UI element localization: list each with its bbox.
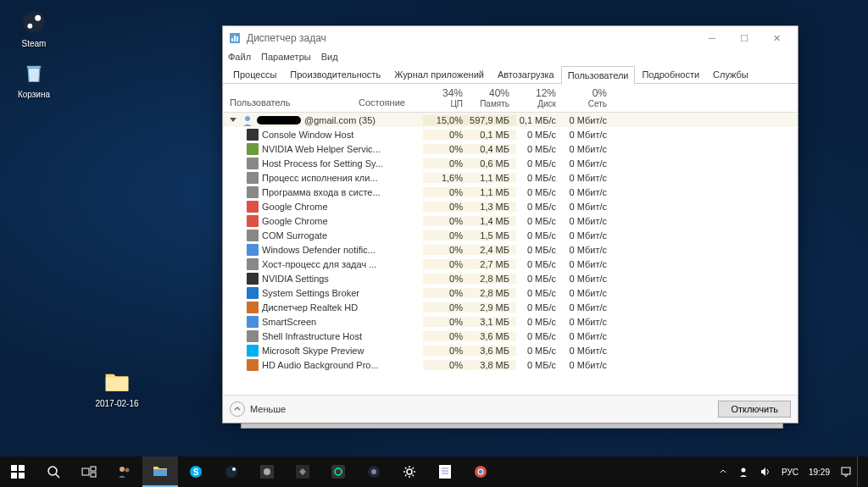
desktop-icon-label: Steam [8,39,59,48]
menu-bar: ФайлПараметрыВид [223,50,798,65]
show-desktop-button[interactable] [857,457,868,487]
taskbar-app-steam[interactable] [214,457,249,487]
tray-volume-icon[interactable] [754,457,776,487]
col-header-memory[interactable]: 40%Память [470,84,516,112]
app-icon [247,316,259,328]
svg-rect-14 [82,468,89,475]
app-icon [247,287,259,299]
tab-Службы[interactable]: Службы [706,65,755,83]
app-icon [247,359,259,371]
taskbar: S РУС 19:29 [0,457,868,487]
task-manager-icon [228,31,242,45]
desktop-icon-recycle-bin[interactable]: Корзина [8,59,59,99]
disconnect-button[interactable]: Отключить [718,401,791,418]
desktop-icon-steam[interactable]: Steam [8,8,59,48]
taskbar-app-icon[interactable] [320,457,356,487]
tray-language[interactable]: РУС [776,457,804,487]
process-row[interactable]: Диспетчер Realtek HD0%2,9 МБ0 МБ/с0 Мбит… [223,300,798,314]
desktop-icon-folder[interactable]: 2017-02-16 [92,368,142,408]
process-row[interactable]: HD Audio Background Pro...0%3,8 МБ0 МБ/с… [223,357,798,372]
taskbar-app-explorer[interactable] [142,457,178,487]
svg-rect-32 [439,465,451,479]
redacted-username [257,116,301,125]
tab-Автозагрузка[interactable]: Автозагрузка [491,65,561,83]
menu-item[interactable]: Вид [321,52,338,62]
process-row[interactable]: Google Chrome0%1,4 МБ0 МБ/с0 Мбит/с [223,213,798,228]
app-icon [247,330,259,342]
process-row[interactable]: Google Chrome0%1,3 МБ0 МБ/с0 Мбит/с [223,199,798,213]
search-button[interactable] [36,457,71,487]
svg-point-18 [125,468,130,473]
svg-point-2 [27,24,32,29]
taskbar-app-settings[interactable] [392,457,427,487]
svg-point-1 [35,15,41,21]
maximize-button[interactable]: ☐ [728,26,760,50]
tray-chevron-up-icon[interactable] [714,457,732,487]
app-icon [247,201,259,213]
taskbar-app-notepad[interactable] [427,457,463,487]
taskbar-app-chrome[interactable] [463,457,498,487]
desktop-icon-label: 2017-02-16 [92,399,142,408]
process-row[interactable]: Windows Defender notific...0%2,4 МБ0 МБ/… [223,242,798,257]
col-header-network[interactable]: 0%Сеть [563,84,614,112]
svg-point-17 [120,467,125,472]
svg-point-38 [479,470,483,474]
menu-item[interactable]: Параметры [261,52,311,62]
title-bar[interactable]: Диспетчер задач ─ ☐ ✕ [223,26,798,50]
col-header-cpu[interactable]: 34%ЦП [423,84,470,112]
svg-point-12 [48,467,57,475]
tray-clock[interactable]: 19:29 [804,457,835,487]
process-row[interactable]: System Settings Broker0%2,8 МБ0 МБ/с0 Мб… [223,285,798,300]
process-row[interactable]: Процесс исполнения кли...1,6%1,1 МБ0 МБ/… [223,170,798,185]
col-header-state[interactable]: Состояние [355,84,423,112]
svg-rect-8 [11,465,17,471]
svg-point-23 [232,468,236,471]
tray-people-icon[interactable] [732,457,754,487]
tray-notifications-icon[interactable] [835,457,857,487]
taskbar-app-icon[interactable] [356,457,392,487]
svg-rect-40 [842,468,850,474]
user-row[interactable]: @gmail.com (35)15,0%597,9 МБ0,1 МБ/с0 Мб… [223,113,798,127]
taskbar-app-skype[interactable]: S [178,457,214,487]
svg-rect-9 [19,465,25,471]
process-row[interactable]: Shell Infrastructure Host0%3,6 МБ0 МБ/с0… [223,329,798,343]
svg-rect-19 [153,469,167,476]
process-row[interactable]: Microsoft Skype Preview0%3,6 МБ0 МБ/с0 М… [223,343,798,357]
process-row[interactable]: Программа входа в систе...0%1,1 МБ0 МБ/с… [223,185,798,199]
process-row[interactable]: Console Window Host0%0,1 МБ0 МБ/с0 Мбит/… [223,127,798,141]
col-header-user[interactable]: Пользователь [223,84,355,112]
process-row[interactable]: NVIDIA Web Helper Servic...0%0,4 МБ0 МБ/… [223,141,798,156]
svg-rect-6 [236,36,238,42]
close-button[interactable]: ✕ [760,26,793,50]
col-header-disk[interactable]: 12%Диск [516,84,563,112]
process-row[interactable]: Host Process for Setting Sy...0%0,6 МБ0 … [223,156,798,170]
chevron-up-icon [230,401,245,417]
app-icon [247,273,259,285]
tab-Подробности[interactable]: Подробности [635,65,706,83]
table-header[interactable]: Пользователь Состояние 34%ЦП 40%Память 1… [223,84,798,113]
taskbar-app-people[interactable] [107,457,142,487]
tab-Пользователи[interactable]: Пользователи [561,66,636,84]
svg-line-13 [56,474,59,478]
menu-item[interactable]: Файл [228,52,251,62]
app-icon [247,172,259,184]
process-row[interactable]: COM Surrogate0%1,5 МБ0 МБ/с0 Мбит/с [223,228,798,242]
svg-rect-11 [19,473,25,479]
process-list[interactable]: @gmail.com (35)15,0%597,9 МБ0,1 МБ/с0 Мб… [223,113,798,395]
svg-text:S: S [193,468,199,477]
tab-Процессы[interactable]: Процессы [226,65,283,83]
process-row[interactable]: NVIDIA Settings0%2,8 МБ0 МБ/с0 Мбит/с [223,271,798,285]
taskbar-app-icon[interactable] [285,457,320,487]
fewer-details-button[interactable]: Меньше [230,401,286,417]
app-icon [247,143,259,155]
tab-Производительность[interactable]: Производительность [283,65,387,83]
start-button[interactable] [0,457,36,487]
svg-rect-16 [91,473,96,477]
tab-Журнал приложений[interactable]: Журнал приложений [387,65,491,83]
task-view-button[interactable] [71,457,107,487]
process-row[interactable]: Хост-процесс для задач ...0%2,7 МБ0 МБ/с… [223,257,798,271]
minimize-button[interactable]: ─ [696,26,728,50]
svg-point-22 [225,466,237,478]
process-row[interactable]: SmartScreen0%3,1 МБ0 МБ/с0 Мбит/с [223,314,798,329]
taskbar-app-icon[interactable] [249,457,285,487]
